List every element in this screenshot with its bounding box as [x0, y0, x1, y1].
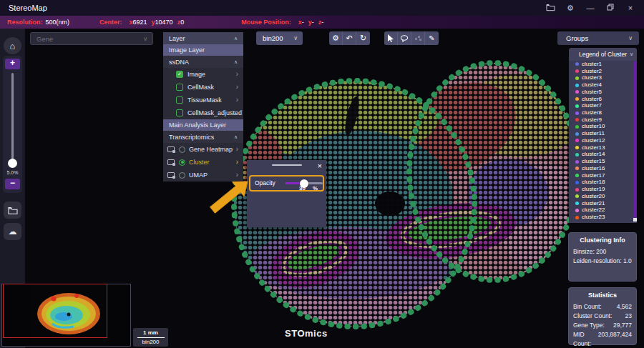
- settings-gear-icon[interactable]: ⚙: [565, 4, 575, 13]
- zoom-slider-thumb[interactable]: [8, 159, 17, 168]
- gene-placeholder: Gene: [36, 35, 53, 43]
- open-file-icon[interactable]: [545, 4, 555, 13]
- layer-visibility-icon[interactable]: [167, 172, 175, 179]
- undo-button[interactable]: ↶: [343, 31, 356, 45]
- chevron-right-icon[interactable]: ›: [236, 84, 238, 91]
- checkbox-icon[interactable]: [176, 96, 183, 104]
- chevron-right-icon[interactable]: ›: [236, 96, 238, 104]
- legend-item[interactable]: cluster1: [569, 61, 634, 68]
- chevron-right-icon[interactable]: ›: [236, 171, 238, 179]
- legend-item[interactable]: cluster14: [569, 151, 634, 159]
- ssdna-layer-row-tissuemask[interactable]: TissueMask›: [163, 94, 243, 106]
- legend-item[interactable]: cluster12: [569, 137, 634, 144]
- cluster-color-dot: [575, 209, 579, 212]
- transcriptomics-layer-row-cluster[interactable]: Cluster›: [163, 156, 243, 169]
- zoom-level-value: 5.0%: [3, 170, 22, 175]
- ssdna-layer-row-cellmask_adjusted[interactable]: CellMask_adjusted›: [163, 106, 243, 119]
- main-analysis-layer-header[interactable]: Main Analysis Layer: [163, 119, 243, 131]
- chevron-right-icon[interactable]: ›: [236, 71, 238, 78]
- transcriptomics-layer-list: Gene Heatmap›Cluster›UMAP›: [163, 143, 243, 182]
- lasso-tool-button[interactable]: [398, 31, 411, 45]
- legend-item[interactable]: cluster8: [569, 109, 634, 116]
- radio-icon[interactable]: [179, 159, 185, 166]
- legend-item[interactable]: cluster9: [569, 116, 634, 124]
- refresh-icon: ↻: [360, 34, 366, 43]
- close-button[interactable]: ×: [625, 4, 635, 12]
- layer-visibility-icon[interactable]: [167, 159, 175, 166]
- minimize-button[interactable]: —: [585, 4, 595, 12]
- legend-item[interactable]: cluster20: [569, 193, 634, 200]
- legend-item[interactable]: cluster19: [569, 186, 634, 193]
- legend-item[interactable]: cluster13: [569, 144, 634, 151]
- cluster-color-dot: [575, 216, 579, 219]
- cursor-tool-button[interactable]: [384, 31, 398, 45]
- layer-panel-header[interactable]: Layer ∧: [163, 32, 243, 44]
- groups-dropdown[interactable]: Groups ∨: [557, 31, 639, 45]
- zoom-in-button[interactable]: +: [5, 59, 20, 69]
- home-button[interactable]: ⌂: [4, 37, 21, 54]
- layer-panel: Layer ∧ Image Layer ssDNA ∧ ✓Image›CellM…: [163, 32, 243, 182]
- canvas-settings-button[interactable]: ⚙: [329, 31, 343, 45]
- chevron-right-icon[interactable]: ›: [236, 159, 238, 166]
- zoom-out-button[interactable]: −: [5, 179, 20, 189]
- legend-item[interactable]: cluster2: [569, 68, 634, 75]
- legend-item[interactable]: cluster16: [569, 165, 634, 172]
- transcriptomics-layer-row-gene-heatmap[interactable]: Gene Heatmap›: [163, 143, 243, 156]
- resolution-value: 500(nm): [46, 19, 70, 26]
- brush-select-tool-button[interactable]: [411, 31, 425, 45]
- legend-item[interactable]: cluster5: [569, 89, 634, 96]
- pen-tool-button[interactable]: ✎: [425, 31, 439, 45]
- reset-view-button[interactable]: ↻: [356, 31, 370, 45]
- image-layer-header[interactable]: Image Layer: [163, 44, 243, 56]
- zoom-slider-track[interactable]: [11, 73, 14, 164]
- transcriptomics-layer-row-umap[interactable]: UMAP›: [163, 169, 243, 182]
- coord-value: 6921: [133, 19, 147, 26]
- opacity-slider-track[interactable]: [286, 182, 323, 184]
- checkbox-icon[interactable]: [176, 109, 183, 116]
- cluster-color-dot: [575, 125, 579, 129]
- layer-label: Cluster: [189, 159, 210, 166]
- radio-icon[interactable]: [179, 172, 185, 179]
- legend-item[interactable]: cluster23: [569, 214, 634, 221]
- restore-button[interactable]: [605, 4, 615, 12]
- bin-size-dropdown[interactable]: bin200 ∨: [256, 31, 303, 45]
- radio-icon[interactable]: [179, 146, 185, 153]
- chevron-right-icon[interactable]: ›: [236, 146, 238, 153]
- statistics-row: Gene Type:29,777: [573, 321, 632, 330]
- legend-item[interactable]: cluster7: [569, 102, 634, 109]
- legend-header[interactable]: Legend of Cluster ∨: [569, 48, 637, 61]
- legend-item[interactable]: cluster11: [569, 130, 634, 137]
- chevron-right-icon[interactable]: ›: [236, 109, 238, 116]
- mouse-position-label: Mouse Position:: [241, 19, 291, 26]
- legend-item[interactable]: cluster6: [569, 96, 634, 103]
- statistic-value: 4,562: [617, 302, 632, 312]
- ssdna-layer-row-image[interactable]: ✓Image›: [163, 68, 243, 81]
- cluster-color-dot: [575, 69, 579, 73]
- legend-item[interactable]: cluster18: [569, 179, 634, 186]
- legend-item[interactable]: cluster4: [569, 81, 634, 89]
- legend-item[interactable]: cluster22: [569, 207, 634, 214]
- open-folder-button[interactable]: [4, 202, 21, 219]
- checkbox-icon[interactable]: [176, 84, 183, 91]
- ssdna-group-header[interactable]: ssDNA ∧: [163, 56, 243, 68]
- legend-item[interactable]: cluster15: [569, 158, 634, 165]
- legend-item[interactable]: cluster21: [569, 200, 634, 207]
- minimap[interactable]: [1, 284, 131, 347]
- popup-drag-handle[interactable]: [272, 164, 302, 166]
- checkbox-icon[interactable]: ✓: [176, 71, 183, 78]
- cluster-label: cluster11: [582, 131, 605, 136]
- cluster-color-dot: [575, 188, 579, 192]
- legend-item[interactable]: cluster17: [569, 172, 634, 179]
- legend-item[interactable]: cluster10: [569, 124, 634, 131]
- clustering-info-line: Binsize: 200: [573, 247, 632, 257]
- gene-search-select[interactable]: Gene ∨: [30, 32, 153, 45]
- cloud-button[interactable]: ☁: [4, 223, 21, 240]
- minimap-viewport-rect[interactable]: [3, 284, 107, 338]
- cluster-label: cluster13: [582, 145, 605, 151]
- ssdna-layer-row-cellmask[interactable]: CellMask›: [163, 81, 243, 94]
- layer-visibility-icon[interactable]: [167, 146, 175, 153]
- legend-scrollbar[interactable]: [634, 61, 636, 219]
- transcriptomics-group-header[interactable]: Transcriptomics ∧: [163, 131, 243, 143]
- legend-item[interactable]: cluster3: [569, 74, 634, 81]
- popup-close-button[interactable]: ×: [318, 161, 322, 170]
